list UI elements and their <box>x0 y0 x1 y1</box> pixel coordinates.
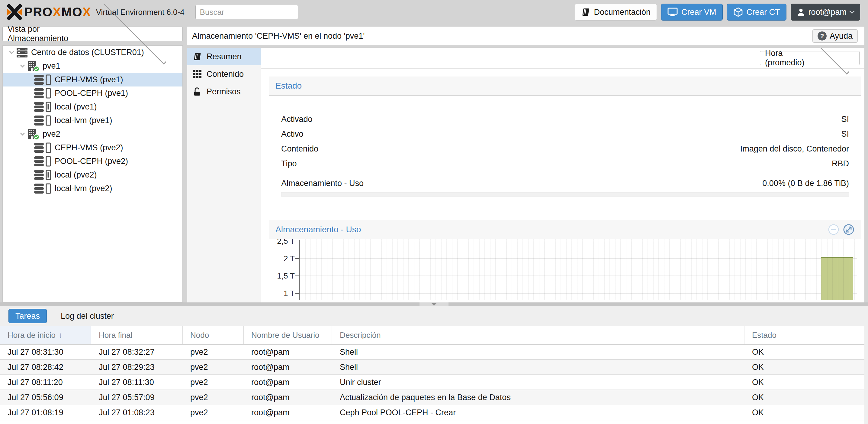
task-row[interactable]: Jul 27 08:31:30Jul 27 08:32:27pve2root@p… <box>0 345 864 360</box>
tree-item-local-pve1[interactable]: local (pve1) <box>3 100 182 114</box>
tree-item-local-lvm-pve1[interactable]: local-lvm (pve1) <box>3 114 182 127</box>
task-cell-user: root@pam <box>244 360 332 374</box>
task-cell-node: pve2 <box>183 375 244 390</box>
monitor-icon <box>668 7 678 17</box>
resource-tree: Centro de datos (CLUSTER01)pve1CEPH-VMS … <box>2 45 183 303</box>
task-row[interactable]: Jul 27 08:11:20Jul 27 08:11:30pve2root@p… <box>0 375 864 390</box>
tab-resumen[interactable]: Resumen <box>187 48 261 65</box>
tab-contenido[interactable]: Contenido <box>187 65 261 83</box>
status-value: Sí <box>841 130 849 139</box>
status-row-contenido: ContenidoImagen del disco, Contenedor <box>281 142 849 157</box>
tab-permisos[interactable]: Permisos <box>187 83 261 101</box>
status-label: Almacenamiento - Uso <box>281 179 364 188</box>
tree-item-pve2[interactable]: pve2 <box>3 127 182 141</box>
task-cell-start: Jul 27 08:11:20 <box>0 375 91 390</box>
bottom-panel: Tareas Log del cluster Hora de inicio↓Ho… <box>0 306 868 424</box>
proxmox-logo: PROXMOX <box>7 4 91 20</box>
task-row[interactable]: Jul 27 08:28:42Jul 27 08:29:23pve2root@p… <box>0 360 864 375</box>
gridline-horizontal <box>300 276 857 276</box>
column-header-estado[interactable]: Estado <box>744 326 864 344</box>
sidebar: Vista por Almacenamiento Centro de datos… <box>2 27 183 303</box>
tree-item-pool-ceph-pve1[interactable]: POOL-CEPH (pve1) <box>3 86 182 100</box>
tree-item-pve1[interactable]: pve1 <box>3 59 182 73</box>
tree-item-ceph-vms-pve2[interactable]: CEPH-VMS (pve2) <box>3 141 182 154</box>
time-range-selector[interactable]: Hora (promedio) <box>760 51 860 65</box>
expander-icon[interactable] <box>18 65 27 67</box>
usage-panel-header: Almacenamiento - Uso <box>269 220 861 239</box>
pan-zoom-icon[interactable] <box>843 224 855 235</box>
documentation-button[interactable]: Documentación <box>575 4 657 21</box>
tree-item-local-pve2[interactable]: local (pve2) <box>3 168 182 182</box>
column-header-hora-de-inicio[interactable]: Hora de inicio↓ <box>0 326 91 344</box>
column-header-hora-final[interactable]: Hora final <box>91 326 183 344</box>
node-icon <box>27 60 39 72</box>
time-range-value: Hora (promedio) <box>765 49 809 67</box>
storage-local-icon <box>34 170 52 180</box>
chevron-down-icon <box>849 9 855 14</box>
help-button[interactable]: ? Ayuda <box>812 29 858 43</box>
gridline-horizontal <box>300 258 857 259</box>
tree-item-label: POOL-CEPH (pve1) <box>55 89 128 98</box>
content-column: Almacenamiento 'CEPH-VMS' en el nodo 'pv… <box>187 27 864 303</box>
tree-item-label: local (pve2) <box>55 170 97 180</box>
create-ct-button[interactable]: Crear CT <box>727 4 786 21</box>
expander-icon[interactable] <box>18 133 27 135</box>
y-axis-tick-label: 1 T <box>271 288 295 298</box>
column-header-descripci-n[interactable]: Descripción <box>332 326 744 344</box>
tree-item-pool-ceph-pve2[interactable]: POOL-CEPH (pve2) <box>3 154 182 168</box>
search-input[interactable] <box>195 5 298 19</box>
chevron-down-icon <box>814 48 849 75</box>
task-row[interactable]: Jul 27 01:08:19Jul 27 01:08:23pve2root@p… <box>0 405 864 420</box>
subnav: ResumenContenidoPermisos <box>187 48 261 303</box>
page-title: Almacenamiento 'CEPH-VMS' en el nodo 'pv… <box>192 31 812 41</box>
tab-label: Permisos <box>207 87 241 96</box>
column-header-nodo[interactable]: Nodo <box>183 326 244 344</box>
tree-item-local-lvm-pve2[interactable]: local-lvm (pve2) <box>3 182 182 195</box>
column-label: Hora final <box>99 331 132 340</box>
tasks-table: Hora de inicio↓Hora finalNodoNombre de U… <box>0 326 864 424</box>
bottom-tabs: Tareas Log del cluster <box>0 306 868 326</box>
task-cell-end: Jul 27 08:29:23 <box>91 360 183 374</box>
user-icon <box>797 8 805 16</box>
view-selector[interactable]: Vista por Almacenamiento <box>2 27 183 41</box>
splitter-handle[interactable] <box>420 303 448 306</box>
expander-icon[interactable] <box>7 52 16 53</box>
view-selector-value: Vista por Almacenamiento <box>7 25 92 43</box>
task-cell-end: Jul 27 08:11:30 <box>91 375 183 390</box>
column-label: Estado <box>752 331 776 340</box>
task-cell-description: Shell <box>332 345 744 359</box>
status-label: Contenido <box>281 144 318 153</box>
status-section: Estado ActivadoSíActivoSíContenidoImagen… <box>269 77 861 204</box>
tab-label: Resumen <box>207 52 242 61</box>
column-header-nombre-de-usuario[interactable]: Nombre de Usuario <box>244 326 332 344</box>
status-value: RBD <box>832 159 849 168</box>
create-vm-button[interactable]: Crear VM <box>661 4 723 21</box>
tasks-table-body: Jul 27 08:31:30Jul 27 08:32:27pve2root@p… <box>0 345 864 420</box>
gridlines-vertical <box>300 239 857 300</box>
panel-splitter[interactable] <box>0 303 868 306</box>
datacenter-icon <box>16 48 28 58</box>
create-vm-label: Crear VM <box>681 7 716 17</box>
column-label: Nombre de Usuario <box>251 331 319 340</box>
tab-tasks[interactable]: Tareas <box>8 309 47 323</box>
storage-icon <box>34 75 52 85</box>
task-cell-node: pve2 <box>183 405 244 420</box>
top-bar: PROXMOX Virtual Environment 6.0-4 Docume… <box>0 0 868 24</box>
task-cell-end: Jul 27 08:32:27 <box>91 345 183 359</box>
task-cell-node: pve2 <box>183 360 244 374</box>
task-cell-status: OK <box>744 360 864 374</box>
collapse-icon <box>432 303 436 306</box>
task-row[interactable]: Jul 27 05:56:09Jul 27 05:57:09pve2root@p… <box>0 390 864 405</box>
status-panel-title: Estado <box>275 81 855 91</box>
usage-panel-title: Almacenamiento - Uso <box>275 225 828 234</box>
tab-cluster-log[interactable]: Log del cluster <box>61 311 114 321</box>
status-panel-body: ActivadoSíActivoSíContenidoImagen del di… <box>269 95 861 204</box>
storage-local-icon <box>34 102 52 113</box>
wordmark-segment: PRO <box>24 5 53 19</box>
tree-item-label: local (pve1) <box>55 102 97 112</box>
zoom-out-icon[interactable] <box>828 224 840 235</box>
tree-item-ceph-vms-pve1[interactable]: CEPH-VMS (pve1) <box>3 73 182 86</box>
task-cell-user: root@pam <box>244 390 332 405</box>
user-menu-button[interactable]: root@pam <box>791 4 860 21</box>
column-label: Descripción <box>340 331 381 340</box>
